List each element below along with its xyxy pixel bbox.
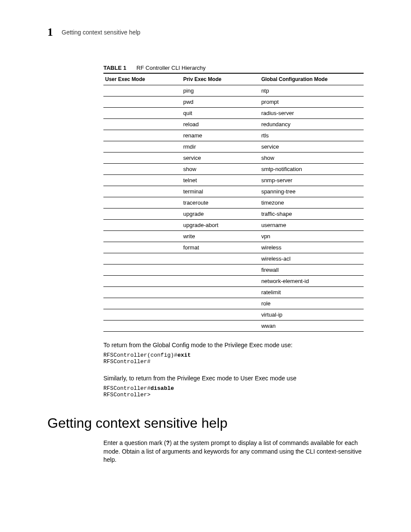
table-cell bbox=[103, 242, 181, 253]
content-block: TABLE 1 RF Controller CLI Hierarchy User… bbox=[103, 65, 364, 398]
table-cell bbox=[103, 164, 181, 175]
table-title: RF Controller CLI Hierarchy bbox=[137, 65, 206, 71]
table-caption: TABLE 1 RF Controller CLI Hierarchy bbox=[103, 65, 364, 71]
table-row: virtual-ip bbox=[103, 309, 364, 320]
table-row: telnetsnmp-server bbox=[103, 175, 364, 186]
table-cell: username bbox=[259, 220, 364, 231]
table-cell bbox=[103, 152, 181, 164]
table-cell: upgrade-abort bbox=[181, 220, 259, 231]
table-cell bbox=[181, 287, 259, 298]
table-cell: virtual-ip bbox=[259, 309, 364, 320]
table-cell: timezone bbox=[259, 197, 364, 208]
table-cell bbox=[103, 186, 181, 197]
table-row: formatwireless bbox=[103, 242, 364, 253]
table-cell: wwan bbox=[259, 320, 364, 332]
table-cell bbox=[103, 175, 181, 186]
code-bold: disable bbox=[150, 385, 174, 392]
table-row: network-element-id bbox=[103, 276, 364, 287]
table-cell: show bbox=[181, 164, 259, 175]
table-cell: prompt bbox=[259, 96, 364, 108]
table-row: wwan bbox=[103, 320, 364, 332]
table-row: pingntp bbox=[103, 85, 364, 96]
code-text: RFSController# bbox=[103, 385, 150, 392]
table-cell bbox=[103, 108, 181, 119]
table-cell bbox=[103, 208, 181, 220]
table-row: traceroutetimezone bbox=[103, 197, 364, 208]
table-row: wireless-acl bbox=[103, 253, 364, 264]
table-cell bbox=[103, 298, 181, 309]
table-row: terminalspanning-tree bbox=[103, 186, 364, 197]
table-cell: vpn bbox=[259, 231, 364, 242]
table-cell bbox=[103, 309, 181, 320]
table-cell bbox=[181, 298, 259, 309]
code-bold: exit bbox=[177, 352, 191, 358]
table-cell: role bbox=[259, 298, 364, 309]
table-cell bbox=[103, 276, 181, 287]
code-exit-example: RFSController(config)#exit RFSController… bbox=[103, 352, 364, 365]
table-row: writevpn bbox=[103, 231, 364, 242]
code-text: RFSController(config)# bbox=[103, 352, 177, 358]
table-cell bbox=[103, 85, 181, 96]
table-row: showsmtp-notification bbox=[103, 164, 364, 175]
table-cell: terminal bbox=[181, 186, 259, 197]
table-cell bbox=[103, 96, 181, 108]
table-cell: firewall bbox=[259, 264, 364, 276]
page-header: 1 Getting context sensitive help bbox=[47, 26, 364, 39]
table-cell: snmp-server bbox=[259, 175, 364, 186]
table-row: pwdprompt bbox=[103, 96, 364, 108]
table-row: upgrade-abortusername bbox=[103, 220, 364, 231]
section-heading: Getting context sensitive help bbox=[47, 415, 364, 431]
paragraph-return-priv: Similarly, to return from the Privilege … bbox=[103, 374, 364, 383]
table-row: ratelimit bbox=[103, 287, 364, 298]
table-cell: redundancy bbox=[259, 119, 364, 130]
table-cell bbox=[103, 220, 181, 231]
table-cell: radius-server bbox=[259, 108, 364, 119]
table-cell bbox=[181, 264, 259, 276]
col-user-exec: User Exec Mode bbox=[103, 73, 181, 85]
table-row: upgradetraffic-shape bbox=[103, 208, 364, 220]
table-cell: ratelimit bbox=[259, 287, 364, 298]
table-cell: wireless-acl bbox=[259, 253, 364, 264]
table-header-row: User Exec Mode Priv Exec Mode Global Con… bbox=[103, 73, 364, 85]
paragraph-return-global: To return from the Global Config mode to… bbox=[103, 341, 364, 349]
table-cell: format bbox=[181, 242, 259, 253]
table-cell: service bbox=[259, 141, 364, 152]
table-cell bbox=[181, 253, 259, 264]
table-row: serviceshow bbox=[103, 152, 364, 164]
code-text: RFSController# bbox=[103, 358, 150, 365]
section-body-block: Enter a question mark (?) at the system … bbox=[103, 439, 364, 464]
table-row: renamertls bbox=[103, 130, 364, 141]
page-number: 1 bbox=[47, 26, 53, 39]
body-bold-question: ? bbox=[166, 440, 170, 447]
table-cell bbox=[103, 197, 181, 208]
running-title: Getting context sensitive help bbox=[62, 29, 140, 36]
table-row: firewall bbox=[103, 264, 364, 276]
table-cell: quit bbox=[181, 108, 259, 119]
table-cell: ntp bbox=[259, 85, 364, 96]
table-row: rmdirservice bbox=[103, 141, 364, 152]
table-cell: wireless bbox=[259, 242, 364, 253]
cli-hierarchy-table: User Exec Mode Priv Exec Mode Global Con… bbox=[103, 73, 364, 332]
table-cell: traffic-shape bbox=[259, 208, 364, 220]
code-text: RFSController> bbox=[103, 392, 150, 398]
table-cell: pwd bbox=[181, 96, 259, 108]
col-global-config: Global Configuration Mode bbox=[259, 73, 364, 85]
table-cell: spanning-tree bbox=[259, 186, 364, 197]
table-cell: network-element-id bbox=[259, 276, 364, 287]
table-cell: rename bbox=[181, 130, 259, 141]
table-cell bbox=[103, 287, 181, 298]
table-cell: telnet bbox=[181, 175, 259, 186]
table-cell bbox=[103, 141, 181, 152]
table-row: quitradius-server bbox=[103, 108, 364, 119]
table-cell bbox=[103, 253, 181, 264]
table-cell: write bbox=[181, 231, 259, 242]
table-cell bbox=[181, 276, 259, 287]
table-cell: smtp-notification bbox=[259, 164, 364, 175]
table-cell: show bbox=[259, 152, 364, 164]
body-text-a: Enter a question mark ( bbox=[103, 439, 166, 446]
table-cell bbox=[103, 130, 181, 141]
section-body: Enter a question mark (?) at the system … bbox=[103, 439, 364, 464]
table-cell: reload bbox=[181, 119, 259, 130]
table-cell bbox=[103, 119, 181, 130]
table-row: role bbox=[103, 298, 364, 309]
